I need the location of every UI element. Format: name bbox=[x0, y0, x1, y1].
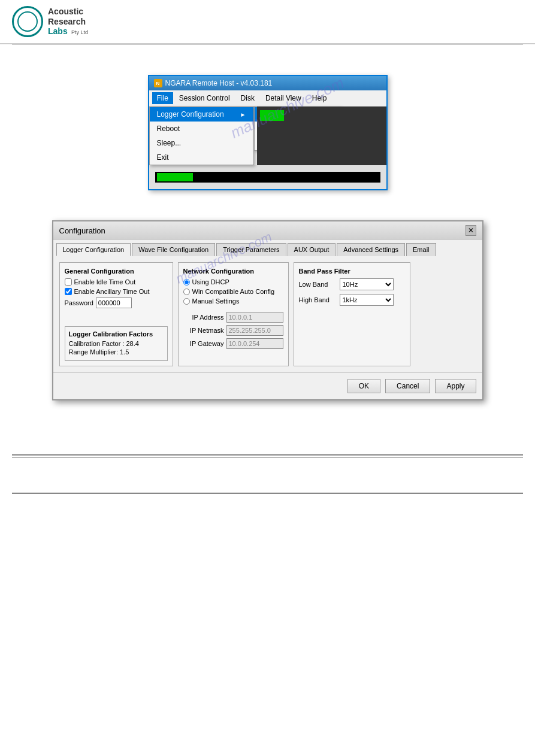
enable-ancillary-timeout-label: Enable Ancillary Time Out bbox=[74, 288, 150, 295]
logo-labs: Labs bbox=[48, 26, 68, 36]
tab-advanced-settings[interactable]: Advanced Settings bbox=[337, 243, 405, 256]
dialog-titlebar: Configuration ✕ bbox=[53, 221, 482, 240]
range-multiplier-label: Range Multiplier: bbox=[69, 348, 119, 356]
manual-settings-row: Manual Settings bbox=[183, 297, 283, 305]
logo-research: Research bbox=[48, 17, 88, 27]
low-band-label: Low Band bbox=[299, 281, 335, 288]
enable-idle-timeout-label: Enable Idle Time Out bbox=[74, 278, 136, 286]
progress-fill bbox=[157, 173, 193, 181]
submenu-arrow: ► bbox=[240, 111, 246, 118]
high-band-row: High Band 1kHz 2kHz 5kHz 10kHz bbox=[299, 294, 405, 306]
low-band-row: Low Band 10Hz 20Hz 50Hz 100Hz bbox=[299, 278, 405, 290]
general-config-panel: General Configuration Enable Idle Time O… bbox=[59, 262, 173, 366]
using-dhcp-label: Using DHCP bbox=[192, 278, 229, 286]
menu-file[interactable]: File bbox=[152, 92, 173, 104]
ip-address-label: IP Address bbox=[183, 314, 224, 321]
status-bar-green bbox=[260, 110, 284, 121]
page-content: manuarchive.com N NGARA Remote Host - v4… bbox=[0, 45, 535, 448]
low-band-select[interactable]: 10Hz 20Hz 50Hz 100Hz bbox=[340, 278, 394, 290]
menu-disk[interactable]: Disk bbox=[236, 92, 259, 104]
dropdown-sleep[interactable]: Sleep... bbox=[150, 136, 253, 150]
calibration-section: Logger Calibration Factors Calibration F… bbox=[65, 326, 168, 361]
bandpass-title: Band Pass Filter bbox=[299, 268, 405, 275]
tab-trigger-params[interactable]: Trigger Parameters bbox=[216, 243, 286, 256]
dropdown-logger-config[interactable]: Logger Configuration ► bbox=[150, 107, 253, 122]
network-config-panel: Network Configuration Using DHCP Win Com… bbox=[178, 262, 289, 366]
tab-email[interactable]: Email bbox=[406, 243, 436, 256]
tab-wave-file[interactable]: Wave File Configuration bbox=[132, 243, 215, 256]
enable-idle-timeout-row: Enable Idle Time Out bbox=[65, 278, 168, 286]
ngara-dark-area bbox=[257, 107, 386, 165]
dialog-close-button[interactable]: ✕ bbox=[466, 225, 476, 236]
logo-container: Acoustic Research Labs Pty Ltd bbox=[12, 6, 88, 37]
ngara-title: NGARA Remote Host - v4.03.181 bbox=[165, 79, 273, 87]
progress-bar bbox=[155, 172, 380, 183]
win-compat-row: Win Compatible Auto Config bbox=[183, 288, 283, 295]
logo-text: Acoustic Research Labs Pty Ltd bbox=[48, 7, 88, 37]
range-multiplier-value: 1.5 bbox=[120, 348, 129, 356]
cancel-button[interactable]: Cancel bbox=[385, 379, 430, 393]
logo-icon bbox=[12, 6, 43, 37]
dropdown-exit[interactable]: Exit bbox=[150, 150, 253, 165]
range-multiplier-row: Range Multiplier: 1.5 bbox=[69, 348, 164, 356]
win-compat-radio[interactable] bbox=[183, 289, 190, 295]
ip-netmask-input[interactable] bbox=[226, 325, 283, 336]
high-band-select[interactable]: 1kHz 2kHz 5kHz 10kHz bbox=[340, 294, 394, 306]
ok-button[interactable]: OK bbox=[347, 379, 380, 393]
dropdown-reboot[interactable]: Reboot bbox=[150, 122, 253, 136]
menu-session-control[interactable]: Session Control bbox=[174, 92, 235, 104]
calibration-title: Logger Calibration Factors bbox=[69, 330, 164, 338]
manual-settings-radio[interactable] bbox=[183, 298, 190, 305]
ngara-window-area: manuarchive.com N NGARA Remote Host - v4… bbox=[148, 75, 388, 190]
ngara-titlebar: N NGARA Remote Host - v4.03.181 bbox=[149, 76, 386, 90]
ip-address-input[interactable] bbox=[226, 312, 283, 323]
progress-area bbox=[152, 168, 383, 186]
ip-netmask-label: IP Netmask bbox=[183, 327, 224, 334]
apply-button[interactable]: Apply bbox=[435, 379, 476, 393]
enable-ancillary-timeout-row: Enable Ancillary Time Out bbox=[65, 288, 168, 295]
network-config-title: Network Configuration bbox=[183, 268, 283, 275]
manual-settings-label: Manual Settings bbox=[192, 297, 240, 305]
high-band-label: High Band bbox=[299, 296, 335, 303]
ngara-window-body bbox=[149, 165, 386, 189]
logo-pty: Pty Ltd bbox=[71, 29, 88, 35]
win-compat-label: Win Compatible Auto Config bbox=[192, 288, 275, 295]
tab-aux-output[interactable]: AUX Output bbox=[288, 243, 336, 256]
ip-gateway-label: IP Gateway bbox=[183, 340, 224, 347]
dropdown-area: Logger Configuration ► Reboot Sleep... E… bbox=[149, 107, 386, 165]
dialog-body: General Configuration Enable Idle Time O… bbox=[53, 256, 482, 372]
logo-acoustic: Acoustic bbox=[48, 7, 88, 17]
calibration-factor-label: Calibration Factor : bbox=[69, 340, 125, 347]
calibration-factor-row: Calibration Factor : 28.4 bbox=[69, 340, 164, 347]
menu-help[interactable]: Help bbox=[307, 92, 332, 104]
using-dhcp-row: Using DHCP bbox=[183, 278, 283, 286]
enable-ancillary-timeout-checkbox[interactable] bbox=[65, 288, 72, 295]
ngara-menubar: File Session Control Disk Detail View He… bbox=[149, 90, 386, 107]
dialog-title: Configuration bbox=[59, 226, 105, 235]
ip-address-row: IP Address bbox=[183, 312, 283, 323]
config-dialog-area: manuarchive.com Configuration ✕ Logger C… bbox=[52, 202, 483, 418]
password-input[interactable] bbox=[96, 297, 132, 308]
ip-gateway-input[interactable] bbox=[226, 338, 283, 349]
enable-idle-timeout-checkbox[interactable] bbox=[65, 278, 72, 286]
ip-gateway-row: IP Gateway bbox=[183, 338, 283, 349]
bottom-line-1 bbox=[12, 454, 523, 456]
using-dhcp-radio[interactable] bbox=[183, 279, 190, 286]
dialog-buttons-area: OK Cancel Apply bbox=[53, 372, 482, 399]
bandpass-filter-panel: Band Pass Filter Low Band 10Hz 20Hz 50Hz… bbox=[294, 262, 410, 366]
ip-netmask-row: IP Netmask bbox=[183, 325, 283, 336]
bottom-separators bbox=[12, 454, 523, 494]
file-dropdown: Logger Configuration ► Reboot Sleep... E… bbox=[149, 107, 254, 165]
bottom-line-3 bbox=[12, 493, 523, 494]
page-header: Acoustic Research Labs Pty Ltd bbox=[0, 0, 535, 44]
tab-logger-config[interactable]: Logger Configuration bbox=[56, 243, 131, 256]
bottom-line-2 bbox=[12, 457, 523, 458]
password-label: Password bbox=[65, 299, 93, 306]
menu-detail-view[interactable]: Detail View bbox=[261, 92, 306, 104]
config-dialog: Configuration ✕ Logger Configuration Wav… bbox=[52, 220, 483, 400]
ngara-window: N NGARA Remote Host - v4.03.181 File Ses… bbox=[148, 75, 388, 190]
calibration-factor-value: 28.4 bbox=[126, 340, 139, 347]
general-config-title: General Configuration bbox=[65, 268, 168, 275]
password-row: Password bbox=[65, 297, 168, 308]
dialog-tabs: Logger Configuration Wave File Configura… bbox=[53, 240, 482, 256]
